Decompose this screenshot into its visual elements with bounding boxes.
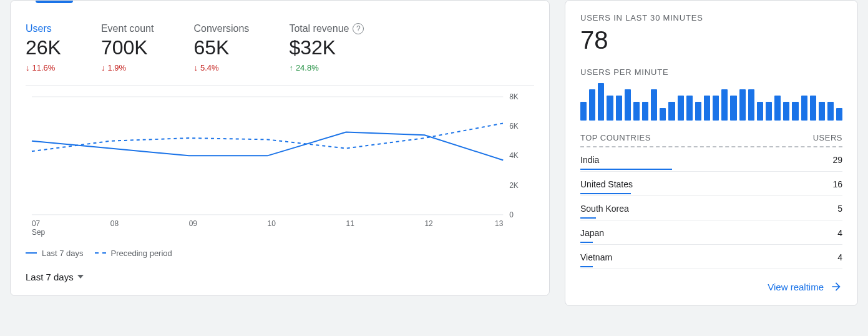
countries-table-header: TOP COUNTRIES USERS xyxy=(580,129,842,147)
metric-label: Users xyxy=(26,23,52,34)
country-row: India 29 xyxy=(580,147,842,172)
spark-bar xyxy=(642,102,648,121)
svg-text:Sep: Sep xyxy=(32,228,46,237)
country-bar xyxy=(580,217,596,219)
spark-bar xyxy=(580,102,587,121)
arrow-right-icon xyxy=(830,280,842,293)
country-name: South Korea xyxy=(580,204,629,214)
legend-current: Last 7 days xyxy=(26,249,84,258)
spark-bar xyxy=(774,96,781,121)
country-bar xyxy=(580,193,631,194)
country-name: United States xyxy=(580,179,633,189)
country-row: Japan 4 xyxy=(580,220,842,245)
spark-bar xyxy=(801,96,807,121)
spark-bar xyxy=(748,89,754,121)
legend-previous-label: Preceding period xyxy=(111,249,172,258)
country-bar xyxy=(580,266,593,267)
metric-delta: ↑ 24.8% xyxy=(289,63,364,72)
country-bar xyxy=(580,169,672,170)
chart-series-last-7-days xyxy=(32,132,503,161)
active-tab-indicator xyxy=(36,1,73,3)
metric-value: $32K xyxy=(289,36,364,59)
svg-text:2K: 2K xyxy=(509,181,519,190)
legend-line-dashed-icon xyxy=(95,252,106,254)
metric-event-count[interactable]: Event count 700K ↓ 1.9% xyxy=(101,23,154,72)
svg-text:09: 09 xyxy=(189,219,198,228)
header-country: TOP COUNTRIES xyxy=(580,133,651,142)
spark-bar xyxy=(836,108,842,121)
spark-bar xyxy=(695,102,701,121)
spark-bar xyxy=(589,89,595,121)
svg-text:6K: 6K xyxy=(509,122,519,131)
country-users: 4 xyxy=(837,252,842,262)
country-row: United States 16 xyxy=(580,172,842,196)
metric-label: Total revenue xyxy=(289,23,349,34)
legend-current-label: Last 7 days xyxy=(42,249,84,258)
metric-delta: ↓ 5.4% xyxy=(193,63,249,72)
arrow-down-icon: ↓ xyxy=(26,63,30,72)
help-icon[interactable]: ? xyxy=(353,23,364,34)
spark-bar xyxy=(819,102,825,121)
metric-total-revenue[interactable]: Total revenue ? $32K ↑ 24.8% xyxy=(289,23,364,72)
metric-users[interactable]: Users 26K ↓ 11.6% xyxy=(26,23,61,72)
spark-bar xyxy=(739,89,746,121)
spark-bar xyxy=(616,96,622,121)
spark-bar xyxy=(660,108,666,121)
legend-line-solid-icon xyxy=(26,252,37,254)
country-bar xyxy=(580,242,593,243)
spark-bar xyxy=(598,83,604,121)
spark-bar xyxy=(668,102,675,121)
spark-bar xyxy=(713,96,719,121)
realtime-title: USERS IN LAST 30 MINUTES xyxy=(580,13,842,22)
svg-text:4K: 4K xyxy=(509,152,519,161)
spark-bar xyxy=(686,96,693,121)
spark-bar xyxy=(810,96,816,121)
svg-text:11: 11 xyxy=(346,219,355,228)
countries-table-body: India 29 United States 16 South Korea 5 … xyxy=(580,147,842,269)
spark-bar xyxy=(730,96,736,121)
realtime-card: USERS IN LAST 30 MINUTES 78 USERS PER MI… xyxy=(565,0,858,306)
arrow-up-icon: ↑ xyxy=(289,63,293,72)
metric-conversions[interactable]: Conversions 65K ↓ 5.4% xyxy=(193,23,249,72)
view-realtime-link[interactable]: View realtime xyxy=(768,280,842,293)
metric-delta: ↓ 1.9% xyxy=(101,63,154,72)
view-realtime-label: View realtime xyxy=(768,282,824,292)
country-name: Japan xyxy=(580,228,604,238)
country-users: 29 xyxy=(832,155,842,165)
svg-text:0: 0 xyxy=(509,210,514,219)
date-range-dropdown[interactable]: Last 7 days xyxy=(26,272,84,282)
spark-bar xyxy=(704,96,710,121)
metric-delta: ↓ 11.6% xyxy=(26,63,61,72)
svg-text:08: 08 xyxy=(110,219,119,228)
spark-bar xyxy=(757,102,763,121)
overview-card: Users 26K ↓ 11.6% Event count 700K ↓ 1.9… xyxy=(10,0,550,296)
metrics-row: Users 26K ↓ 11.6% Event count 700K ↓ 1.9… xyxy=(26,13,534,85)
spark-bar xyxy=(766,102,772,121)
spark-bar xyxy=(625,89,631,121)
users-per-minute-chart xyxy=(580,83,842,121)
chart-legend: Last 7 days Preceding period xyxy=(26,249,534,258)
country-name: India xyxy=(580,155,599,165)
country-row: Vietnam 4 xyxy=(580,245,842,269)
spark-bar xyxy=(792,102,798,121)
users-line-chart: 02K4K6K8K07080910111213Sep xyxy=(26,85,534,240)
country-users: 4 xyxy=(837,228,842,238)
country-users: 5 xyxy=(837,204,842,214)
spark-bar xyxy=(607,96,613,121)
arrow-down-icon: ↓ xyxy=(101,63,105,72)
svg-text:12: 12 xyxy=(424,219,433,228)
spark-bar xyxy=(651,89,657,121)
date-range-label: Last 7 days xyxy=(26,272,74,282)
metric-label: Conversions xyxy=(193,23,249,34)
country-row: South Korea 5 xyxy=(580,196,842,220)
spark-bar xyxy=(678,96,684,121)
metric-label: Event count xyxy=(101,23,154,34)
chevron-down-icon xyxy=(77,275,84,279)
spark-bar xyxy=(827,102,834,121)
spark-bar xyxy=(721,89,728,121)
country-name: Vietnam xyxy=(580,252,612,262)
metric-value: 65K xyxy=(193,36,249,59)
header-users: USERS xyxy=(813,133,842,142)
arrow-down-icon: ↓ xyxy=(193,63,198,72)
country-users: 16 xyxy=(832,179,842,189)
